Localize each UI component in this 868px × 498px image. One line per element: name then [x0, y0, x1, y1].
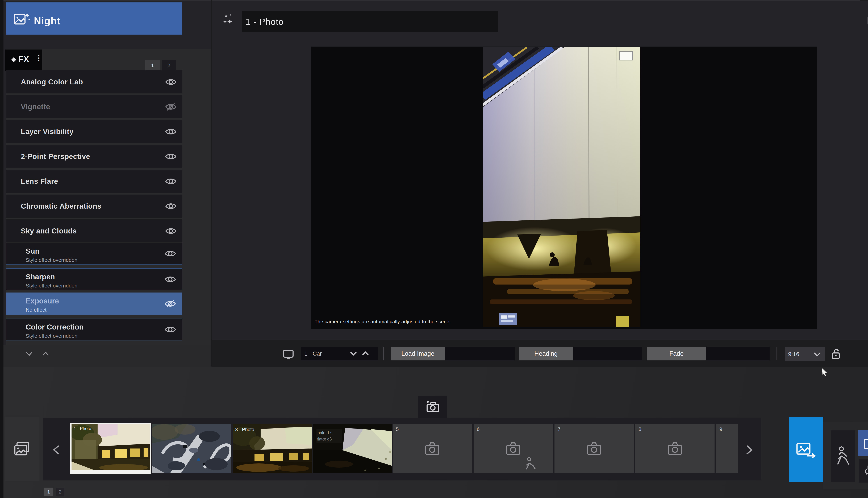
- svg-text:1 - Photo: 1 - Photo: [73, 426, 91, 431]
- svg-text:naio d·s: naio d·s: [317, 430, 332, 435]
- svg-text:3 - Photo: 3 - Photo: [235, 427, 254, 432]
- svg-text:riatœ gβ: riatœ gβ: [317, 437, 332, 441]
